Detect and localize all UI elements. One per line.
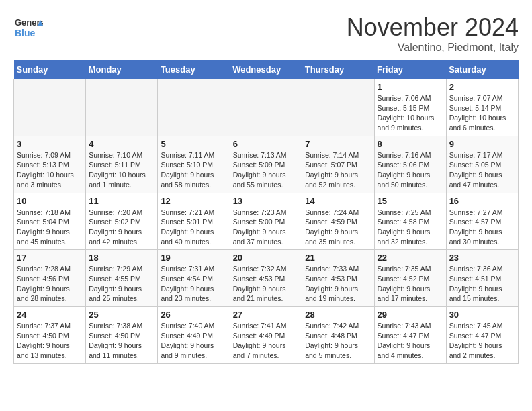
day-number: 6	[233, 139, 300, 149]
day-number: 13	[233, 196, 300, 206]
day-number: 3	[17, 139, 83, 149]
day-number: 26	[161, 310, 226, 320]
calendar-cell: 29Sunrise: 7:43 AM Sunset: 4:47 PM Dayli…	[374, 307, 446, 364]
calendar-cell: 6Sunrise: 7:13 AM Sunset: 5:09 PM Daylig…	[230, 136, 302, 193]
day-info: Sunrise: 7:25 AM Sunset: 4:58 PM Dayligh…	[378, 208, 443, 247]
day-info: Sunrise: 7:14 AM Sunset: 5:07 PM Dayligh…	[305, 150, 371, 190]
day-number: 7	[305, 139, 371, 149]
calendar-cell: 20Sunrise: 7:32 AM Sunset: 4:53 PM Dayli…	[230, 250, 302, 307]
day-info: Sunrise: 7:43 AM Sunset: 4:47 PM Dayligh…	[378, 321, 443, 361]
weekday-header-friday: Friday	[374, 60, 446, 79]
day-info: Sunrise: 7:35 AM Sunset: 4:52 PM Dayligh…	[378, 264, 443, 304]
calendar-cell: 3Sunrise: 7:09 AM Sunset: 5:13 PM Daylig…	[14, 136, 86, 193]
svg-text:General: General	[15, 17, 43, 28]
calendar-cell: 12Sunrise: 7:21 AM Sunset: 5:01 PM Dayli…	[158, 193, 230, 250]
day-number: 27	[233, 310, 300, 320]
day-number: 17	[17, 253, 83, 263]
day-info: Sunrise: 7:17 AM Sunset: 5:05 PM Dayligh…	[449, 150, 515, 190]
calendar-cell: 23Sunrise: 7:36 AM Sunset: 4:51 PM Dayli…	[446, 250, 518, 307]
day-number: 11	[89, 196, 154, 206]
calendar-cell: 4Sunrise: 7:10 AM Sunset: 5:11 PM Daylig…	[86, 136, 158, 193]
calendar-cell	[230, 79, 302, 136]
day-number: 19	[161, 253, 226, 263]
day-info: Sunrise: 7:23 AM Sunset: 5:00 PM Dayligh…	[233, 208, 300, 247]
calendar-cell: 24Sunrise: 7:37 AM Sunset: 4:50 PM Dayli…	[14, 307, 86, 364]
calendar-cell: 25Sunrise: 7:38 AM Sunset: 4:50 PM Dayli…	[86, 307, 158, 364]
calendar-cell: 2Sunrise: 7:07 AM Sunset: 5:14 PM Daylig…	[446, 79, 518, 136]
calendar-cell: 13Sunrise: 7:23 AM Sunset: 5:00 PM Dayli…	[230, 193, 302, 250]
day-number: 24	[17, 310, 83, 320]
day-number: 25	[89, 310, 154, 320]
calendar-cell: 5Sunrise: 7:11 AM Sunset: 5:10 PM Daylig…	[158, 136, 230, 193]
logo: General Blue	[13, 13, 43, 43]
calendar-cell	[302, 79, 374, 136]
calendar-cell	[86, 79, 158, 136]
day-info: Sunrise: 7:16 AM Sunset: 5:06 PM Dayligh…	[378, 150, 443, 190]
calendar-cell: 15Sunrise: 7:25 AM Sunset: 4:58 PM Dayli…	[374, 193, 446, 250]
header: General Blue November 2024 Valentino, Pi…	[13, 13, 519, 54]
day-info: Sunrise: 7:41 AM Sunset: 4:49 PM Dayligh…	[233, 321, 300, 361]
weekday-header-tuesday: Tuesday	[158, 60, 230, 79]
day-info: Sunrise: 7:40 AM Sunset: 4:49 PM Dayligh…	[161, 321, 226, 361]
day-number: 21	[305, 253, 371, 263]
day-info: Sunrise: 7:36 AM Sunset: 4:51 PM Dayligh…	[449, 264, 515, 304]
day-number: 16	[449, 196, 515, 206]
week-row-3: 10Sunrise: 7:18 AM Sunset: 5:04 PM Dayli…	[14, 193, 519, 250]
day-info: Sunrise: 7:18 AM Sunset: 5:04 PM Dayligh…	[17, 208, 83, 247]
weekday-header-saturday: Saturday	[446, 60, 518, 79]
day-info: Sunrise: 7:31 AM Sunset: 4:54 PM Dayligh…	[161, 264, 226, 304]
calendar-cell: 18Sunrise: 7:29 AM Sunset: 4:55 PM Dayli…	[86, 250, 158, 307]
week-row-5: 24Sunrise: 7:37 AM Sunset: 4:50 PM Dayli…	[14, 307, 519, 364]
day-number: 10	[17, 196, 83, 206]
day-info: Sunrise: 7:20 AM Sunset: 5:02 PM Dayligh…	[89, 208, 154, 247]
calendar-cell: 16Sunrise: 7:27 AM Sunset: 4:57 PM Dayli…	[446, 193, 518, 250]
day-info: Sunrise: 7:10 AM Sunset: 5:11 PM Dayligh…	[89, 150, 154, 190]
weekday-header-row: SundayMondayTuesdayWednesdayThursdayFrid…	[14, 60, 519, 79]
day-info: Sunrise: 7:28 AM Sunset: 4:56 PM Dayligh…	[17, 264, 83, 304]
day-number: 2	[449, 82, 515, 92]
weekday-header-sunday: Sunday	[14, 60, 86, 79]
calendar-cell: 22Sunrise: 7:35 AM Sunset: 4:52 PM Dayli…	[374, 250, 446, 307]
day-number: 29	[378, 310, 443, 320]
day-number: 23	[449, 253, 515, 263]
calendar-cell: 10Sunrise: 7:18 AM Sunset: 5:04 PM Dayli…	[14, 193, 86, 250]
week-row-1: 1Sunrise: 7:06 AM Sunset: 5:15 PM Daylig…	[14, 79, 519, 136]
day-number: 15	[378, 196, 443, 206]
day-number: 9	[449, 139, 515, 149]
day-info: Sunrise: 7:24 AM Sunset: 4:59 PM Dayligh…	[305, 208, 371, 247]
day-info: Sunrise: 7:09 AM Sunset: 5:13 PM Dayligh…	[17, 150, 83, 190]
logo-svg: General Blue	[13, 13, 43, 43]
calendar-cell	[158, 79, 230, 136]
title-area: November 2024 Valentino, Piedmont, Italy	[347, 13, 519, 54]
month-title: November 2024	[347, 13, 519, 42]
calendar-cell: 1Sunrise: 7:06 AM Sunset: 5:15 PM Daylig…	[374, 79, 446, 136]
day-info: Sunrise: 7:13 AM Sunset: 5:09 PM Dayligh…	[233, 150, 300, 190]
day-info: Sunrise: 7:42 AM Sunset: 4:48 PM Dayligh…	[305, 321, 371, 361]
calendar-cell: 11Sunrise: 7:20 AM Sunset: 5:02 PM Dayli…	[86, 193, 158, 250]
day-number: 22	[378, 253, 443, 263]
calendar-cell: 8Sunrise: 7:16 AM Sunset: 5:06 PM Daylig…	[374, 136, 446, 193]
week-row-4: 17Sunrise: 7:28 AM Sunset: 4:56 PM Dayli…	[14, 250, 519, 307]
day-number: 20	[233, 253, 300, 263]
calendar-cell	[14, 79, 86, 136]
day-info: Sunrise: 7:32 AM Sunset: 4:53 PM Dayligh…	[233, 264, 300, 304]
weekday-header-thursday: Thursday	[302, 60, 374, 79]
day-info: Sunrise: 7:27 AM Sunset: 4:57 PM Dayligh…	[449, 208, 515, 247]
day-info: Sunrise: 7:33 AM Sunset: 4:53 PM Dayligh…	[305, 264, 371, 304]
day-info: Sunrise: 7:38 AM Sunset: 4:50 PM Dayligh…	[89, 321, 154, 361]
location-title: Valentino, Piedmont, Italy	[347, 42, 519, 54]
day-info: Sunrise: 7:07 AM Sunset: 5:14 PM Dayligh…	[449, 93, 515, 133]
day-number: 1	[378, 82, 443, 92]
calendar-cell: 21Sunrise: 7:33 AM Sunset: 4:53 PM Dayli…	[302, 250, 374, 307]
weekday-header-wednesday: Wednesday	[230, 60, 302, 79]
calendar-cell: 14Sunrise: 7:24 AM Sunset: 4:59 PM Dayli…	[302, 193, 374, 250]
calendar-cell: 17Sunrise: 7:28 AM Sunset: 4:56 PM Dayli…	[14, 250, 86, 307]
day-number: 18	[89, 253, 154, 263]
day-number: 12	[161, 196, 226, 206]
calendar-cell: 9Sunrise: 7:17 AM Sunset: 5:05 PM Daylig…	[446, 136, 518, 193]
calendar-cell: 7Sunrise: 7:14 AM Sunset: 5:07 PM Daylig…	[302, 136, 374, 193]
day-number: 14	[305, 196, 371, 206]
day-info: Sunrise: 7:37 AM Sunset: 4:50 PM Dayligh…	[17, 321, 83, 361]
day-number: 8	[378, 139, 443, 149]
weekday-header-monday: Monday	[86, 60, 158, 79]
